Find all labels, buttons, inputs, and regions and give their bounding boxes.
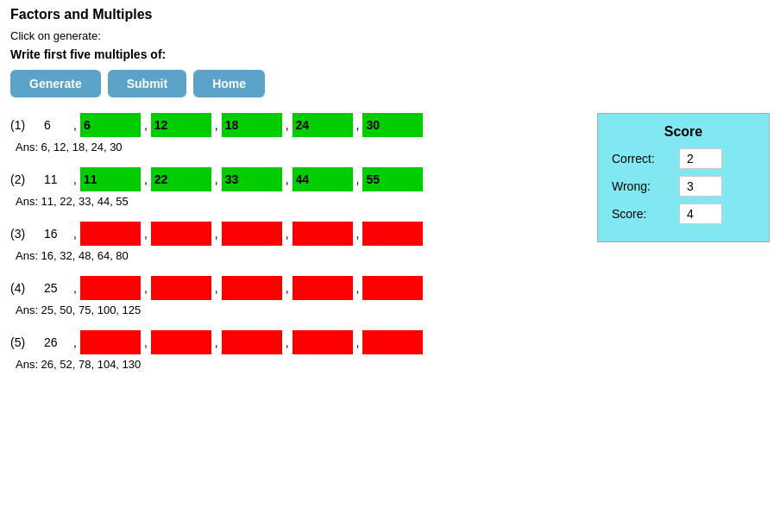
comma-3-4: , [286, 227, 289, 241]
answer-input-1-1[interactable] [80, 113, 141, 137]
comma-5-4: , [286, 335, 289, 349]
answer-input-3-1[interactable] [80, 222, 141, 246]
question-base-3: 16 [44, 227, 70, 241]
answer-row-3: Ans: 16, 32, 48, 64, 80 [16, 249, 571, 262]
answer-input-2-4[interactable] [292, 167, 353, 191]
answer-row-1: Ans: 6, 12, 18, 24, 30 [16, 141, 571, 153]
generate-button[interactable]: Generate [10, 70, 101, 97]
wrong-value: 3 [679, 176, 722, 197]
score-score-row: Score: 4 [612, 203, 755, 224]
submit-button[interactable]: Submit [108, 70, 186, 97]
page-title: Factors and Multiples [10, 7, 770, 22]
question-number-1: (1) [10, 118, 41, 132]
comma-1-3: , [215, 118, 218, 132]
comma-3-3: , [215, 227, 218, 241]
answer-input-5-4[interactable] [292, 330, 353, 354]
answer-input-2-5[interactable] [362, 167, 423, 191]
comma-2-1: , [73, 172, 77, 186]
answer-input-5-1[interactable] [80, 330, 141, 354]
comma-4-2: , [144, 281, 148, 295]
question-row-4: (4)25,,,,, [10, 276, 571, 300]
answer-input-3-3[interactable] [222, 222, 282, 246]
answer-input-1-3[interactable] [222, 113, 282, 137]
answer-input-4-4[interactable] [292, 276, 353, 300]
question-row-2: (2)11,,,,, [10, 167, 571, 191]
answer-input-5-3[interactable] [222, 330, 282, 354]
home-button[interactable]: Home [193, 70, 265, 97]
question-base-2: 11 [44, 172, 70, 186]
question-base-4: 25 [44, 281, 70, 295]
question-number-5: (5) [10, 335, 41, 349]
comma-3-2: , [144, 227, 148, 241]
answer-input-2-2[interactable] [151, 167, 211, 191]
answer-input-1-5[interactable] [362, 113, 423, 137]
comma-3-5: , [356, 227, 360, 241]
comma-5-2: , [144, 335, 148, 349]
score-panel: Score Correct: 2 Wrong: 3 Score: 4 [597, 113, 770, 242]
answer-input-4-2[interactable] [151, 276, 211, 300]
answer-input-2-3[interactable] [222, 167, 282, 191]
answer-input-4-5[interactable] [362, 276, 423, 300]
question-base-5: 26 [44, 335, 70, 349]
question-base-1: 6 [44, 118, 70, 132]
answer-input-2-1[interactable] [80, 167, 141, 191]
question-number-2: (2) [10, 172, 41, 186]
answer-input-4-3[interactable] [222, 276, 282, 300]
score-wrong-row: Wrong: 3 [612, 176, 755, 197]
answer-input-3-2[interactable] [151, 222, 211, 246]
question-number-4: (4) [10, 281, 41, 295]
question-row-1: (1)6,,,,, [10, 113, 571, 137]
comma-4-4: , [286, 281, 289, 295]
comma-1-1: , [73, 118, 77, 132]
answer-input-4-1[interactable] [80, 276, 141, 300]
answer-input-5-5[interactable] [362, 330, 423, 354]
score-label: Score: [612, 207, 672, 221]
question-row-3: (3)16,,,,, [10, 222, 571, 246]
comma-2-3: , [215, 172, 218, 186]
answer-input-1-2[interactable] [151, 113, 211, 137]
comma-4-5: , [356, 281, 360, 295]
subtitle: Click on generate: [10, 29, 770, 42]
question-number-3: (3) [10, 227, 41, 241]
questions-section: (1)6,,,,,Ans: 6, 12, 18, 24, 30(2)11,,,,… [10, 113, 571, 385]
answer-input-1-4[interactable] [292, 113, 353, 137]
answer-input-5-2[interactable] [151, 330, 211, 354]
question-label: Write first five multiples of: [10, 47, 770, 61]
comma-5-1: , [73, 335, 77, 349]
comma-5-3: , [215, 335, 218, 349]
answer-row-2: Ans: 11, 22, 33, 44, 55 [16, 195, 571, 208]
button-row: Generate Submit Home [10, 70, 770, 97]
comma-1-5: , [356, 118, 360, 132]
comma-3-1: , [73, 227, 77, 241]
main-content: (1)6,,,,,Ans: 6, 12, 18, 24, 30(2)11,,,,… [10, 113, 770, 385]
score-title: Score [612, 124, 755, 140]
score-correct-row: Correct: 2 [612, 148, 755, 169]
question-row-5: (5)26,,,,, [10, 330, 571, 354]
comma-2-2: , [144, 172, 148, 186]
correct-value: 2 [679, 148, 722, 169]
correct-label: Correct: [612, 152, 672, 166]
score-value: 4 [679, 203, 722, 224]
answer-input-3-4[interactable] [292, 222, 353, 246]
comma-5-5: , [356, 335, 360, 349]
answer-input-3-5[interactable] [362, 222, 423, 246]
comma-1-2: , [144, 118, 148, 132]
comma-4-3: , [215, 281, 218, 295]
comma-4-1: , [73, 281, 77, 295]
comma-1-4: , [286, 118, 289, 132]
comma-2-5: , [356, 172, 360, 186]
comma-2-4: , [286, 172, 289, 186]
answer-row-4: Ans: 25, 50, 75, 100, 125 [16, 304, 571, 316]
answer-row-5: Ans: 26, 52, 78, 104, 130 [16, 358, 571, 371]
wrong-label: Wrong: [612, 179, 672, 193]
